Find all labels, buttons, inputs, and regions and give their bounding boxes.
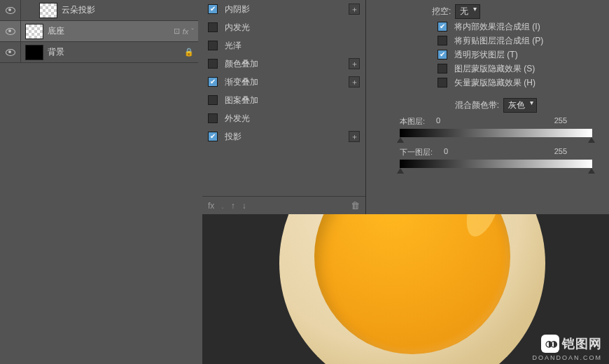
eye-icon <box>6 49 15 56</box>
effect-checkbox[interactable] <box>208 113 218 123</box>
effect-checkbox[interactable] <box>208 4 218 14</box>
layer-row[interactable]: 云朵投影 <box>0 0 198 21</box>
underlying-layer-slider: 下一图层: 0 255 <box>383 144 609 175</box>
effect-row[interactable]: 渐变叠加＋ <box>202 73 365 91</box>
effect-row[interactable]: 光泽 <box>202 36 365 55</box>
layer-thumbnail[interactable] <box>25 24 43 39</box>
plate-shape <box>279 214 545 364</box>
lock-icon: 🔒 <box>184 48 194 57</box>
effect-label: 渐变叠加 <box>225 76 349 88</box>
visibility-toggle[interactable] <box>0 42 21 63</box>
slider-handle-white[interactable] <box>588 137 595 143</box>
effect-label: 颜色叠加 <box>225 58 349 70</box>
option-label: 透明形状图层 (T) <box>454 49 518 61</box>
effect-label: 外发光 <box>225 113 360 125</box>
effect-checkbox[interactable] <box>208 41 218 50</box>
fx-badge[interactable]: fx <box>183 27 189 36</box>
advanced-blend-option[interactable]: 透明形状图层 (T) <box>432 48 609 62</box>
layer-name[interactable]: 背景 <box>48 46 184 58</box>
advanced-blend-option[interactable]: 将剪贴图层混合成组 (P) <box>432 34 609 48</box>
knockout-select[interactable]: 无 <box>455 4 480 19</box>
underlying-track[interactable] <box>400 160 592 168</box>
trash-icon[interactable]: 🗑 <box>351 200 360 211</box>
blend-if-select[interactable]: 灰色 <box>503 98 537 113</box>
option-label: 矢量蒙版隐藏效果 (H) <box>454 77 536 89</box>
effect-label: 内发光 <box>225 22 360 34</box>
option-checkbox[interactable] <box>438 50 447 59</box>
this-layer-label: 本图层: <box>400 116 425 127</box>
plate-inner <box>314 214 510 354</box>
layer-thumbnail[interactable] <box>25 45 43 60</box>
effect-checkbox[interactable] <box>208 77 218 87</box>
underlying-white-value: 255 <box>554 147 567 158</box>
layers-panel: 云朵投影底座⊡fxˇ背景🔒 <box>0 0 198 364</box>
effects-footer: fx . ↑ ↓ 🗑 <box>202 196 365 214</box>
effect-row[interactable]: 图案叠加 <box>202 91 365 109</box>
effect-row[interactable]: 内阴影＋ <box>202 0 365 18</box>
effect-row[interactable]: 颜色叠加＋ <box>202 55 365 73</box>
knockout-label: 挖空: <box>432 6 451 18</box>
effect-label: 投影 <box>225 131 349 143</box>
slider-handle-black[interactable] <box>397 137 404 143</box>
visibility-toggle[interactable] <box>0 21 21 42</box>
effect-row[interactable]: 投影＋ <box>202 127 365 146</box>
watermark: 铠图网 DOANDOAN.COM <box>532 335 602 361</box>
option-label: 将剪贴图层混合成组 (P) <box>454 35 543 47</box>
option-checkbox[interactable] <box>438 36 447 46</box>
slider-handle-white[interactable] <box>588 168 595 174</box>
underlying-black-value: 0 <box>433 147 554 158</box>
eye-icon <box>6 28 15 35</box>
effect-checkbox[interactable] <box>208 132 218 141</box>
this-layer-track[interactable] <box>400 129 592 137</box>
effect-row[interactable]: 外发光 <box>202 109 365 127</box>
underlying-layer-label: 下一图层: <box>400 147 433 158</box>
fx-menu-button[interactable]: fx <box>208 201 214 211</box>
layer-row[interactable]: 底座⊡fxˇ <box>0 21 198 42</box>
effect-label: 光泽 <box>225 40 360 52</box>
collapse-icon[interactable]: ˇ <box>191 27 194 36</box>
layer-name[interactable]: 云朵投影 <box>62 4 194 16</box>
effect-checkbox[interactable] <box>208 95 218 105</box>
effect-label: 内阴影 <box>225 4 349 15</box>
visibility-toggle[interactable] <box>0 0 21 21</box>
advanced-blend-option[interactable]: 图层蒙版隐藏效果 (S) <box>432 62 609 76</box>
layer-row[interactable]: 背景🔒 <box>0 42 198 63</box>
slider-handle-black[interactable] <box>397 168 404 174</box>
add-effect-instance-button[interactable]: ＋ <box>349 58 360 69</box>
add-effect-instance-button[interactable]: ＋ <box>349 76 360 88</box>
link-icon: ⊡ <box>174 27 180 36</box>
option-label: 将内部效果混合成组 (I) <box>454 21 540 33</box>
add-effect-instance-button[interactable]: ＋ <box>349 131 360 142</box>
effect-checkbox[interactable] <box>208 22 218 32</box>
eye-icon <box>6 7 15 14</box>
option-checkbox[interactable] <box>438 22 447 31</box>
layer-name[interactable]: 底座 <box>48 25 174 37</box>
move-down-button[interactable]: ↓ <box>242 201 246 211</box>
watermark-logo-icon <box>541 335 559 353</box>
advanced-blend-option[interactable]: 矢量蒙版隐藏效果 (H) <box>432 76 609 90</box>
this-layer-black-value: 0 <box>425 116 554 127</box>
effects-panel: 内阴影＋内发光光泽颜色叠加＋渐变叠加＋图案叠加外发光投影＋ fx . ↑ ↓ 🗑 <box>202 0 366 214</box>
effect-label: 图案叠加 <box>225 94 360 106</box>
effect-row[interactable]: 内发光 <box>202 18 365 36</box>
move-up-button[interactable]: ↑ <box>231 201 235 211</box>
this-layer-white-value: 255 <box>554 116 567 127</box>
advanced-blend-option[interactable]: 将内部效果混合成组 (I) <box>432 20 609 34</box>
option-label: 图层蒙版隐藏效果 (S) <box>454 63 535 75</box>
blend-if-label: 混合颜色带: <box>455 99 499 111</box>
effect-checkbox[interactable] <box>208 59 218 69</box>
blending-options-panel: 挖空: 无 将内部效果混合成组 (I)将剪贴图层混合成组 (P)透明形状图层 (… <box>383 0 609 214</box>
canvas-preview: 铠图网 DOANDOAN.COM <box>202 214 609 364</box>
option-checkbox[interactable] <box>438 78 447 88</box>
layer-thumbnail[interactable] <box>39 3 57 18</box>
add-effect-instance-button[interactable]: ＋ <box>349 4 360 15</box>
option-checkbox[interactable] <box>438 64 447 74</box>
this-layer-slider: 本图层: 0 255 <box>383 113 609 144</box>
